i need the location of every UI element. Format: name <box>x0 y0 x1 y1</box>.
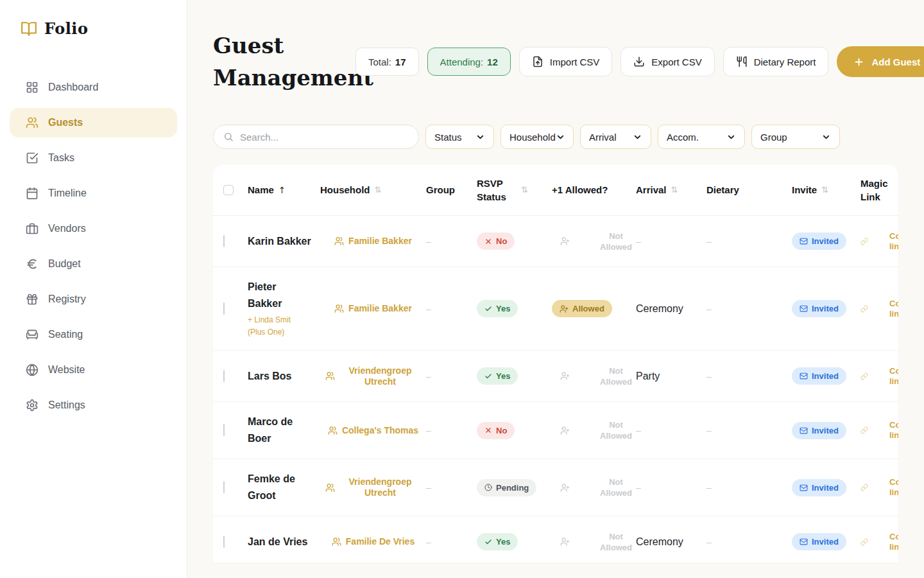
dietary-report-button[interactable]: Dietary Report <box>723 47 829 76</box>
invite-status-label: Invited <box>812 483 839 493</box>
column-header-arrival[interactable]: Arrival⇅ <box>636 183 706 197</box>
users-icon <box>26 116 38 129</box>
sidebar-item-guests[interactable]: Guests <box>10 108 177 137</box>
mail-icon <box>800 426 808 435</box>
rsvp-status-badge: Yes <box>477 533 518 550</box>
row-checkbox[interactable] <box>223 481 225 493</box>
household-link[interactable]: Familie De Vries <box>320 536 426 547</box>
search-icon <box>223 132 234 142</box>
row-checkbox[interactable] <box>223 424 225 436</box>
copy-magic-link-button[interactable]: Copy link <box>860 477 898 498</box>
mail-icon <box>800 484 808 492</box>
household-link[interactable]: Familie Bakker <box>320 303 426 314</box>
column-header-invite[interactable]: Invite⇅ <box>792 183 860 197</box>
household-link[interactable]: Vriendengroep Utrecht <box>320 477 426 498</box>
add-guest-button[interactable]: Add Guest <box>837 46 924 77</box>
filter-select-arrival[interactable]: Arrival <box>580 125 651 149</box>
copy-magic-link-button[interactable]: Copy link <box>860 366 898 387</box>
sort-both-icon: ⇅ <box>671 185 678 195</box>
invite-status-badge: Invited <box>792 422 846 439</box>
household-link[interactable]: Collega's Thomas <box>320 425 426 436</box>
filter-toolbar: Status Household Arrival Accom. Group <box>213 125 898 149</box>
row-checkbox[interactable] <box>223 302 225 315</box>
invite-status-badge: Invited <box>792 533 846 550</box>
invite-status-badge: Invited <box>792 367 846 385</box>
sidebar-item-label: Website <box>48 364 85 376</box>
column-label: Group <box>426 183 455 197</box>
plus-one-not-allowed: Not Allowed <box>552 231 636 252</box>
sidebar-item-website[interactable]: Website <box>10 355 177 385</box>
total-badge: Total: 17 <box>355 48 419 76</box>
column-header-name[interactable]: Name↑ <box>248 183 320 197</box>
column-header-dietary: Dietary <box>706 183 792 197</box>
filter-select-group[interactable]: Group <box>751 125 840 149</box>
empty-value: – <box>706 537 792 547</box>
column-label: Magic Link <box>860 177 891 204</box>
sidebar-item-tasks[interactable]: Tasks <box>10 143 177 173</box>
link-icon <box>860 372 885 380</box>
download-icon <box>633 56 645 67</box>
sidebar-item-label: Guests <box>48 117 83 128</box>
users-icon <box>334 236 344 246</box>
sidebar-item-budget[interactable]: Budget <box>10 249 177 279</box>
empty-value: – <box>636 482 706 493</box>
column-header-rsvp-status[interactable]: RSVP Status⇅ <box>477 177 552 204</box>
filter-select-accom[interactable]: Accom. <box>658 125 745 149</box>
tasks-icon <box>26 152 38 164</box>
filter-label: Accom. <box>667 132 699 143</box>
file-import-icon <box>532 56 543 67</box>
sidebar-item-timeline[interactable]: Timeline <box>10 179 177 208</box>
user-plus-icon <box>560 236 594 246</box>
column-label: Dietary <box>706 183 739 197</box>
sidebar-item-settings[interactable]: Settings <box>10 390 177 420</box>
sidebar-item-dashboard[interactable]: Dashboard <box>10 73 177 102</box>
household-link[interactable]: Vriendengroep Utrecht <box>320 365 426 387</box>
sidebar: Folio Dashboard Guests Tasks Timeline Ve… <box>0 0 187 578</box>
copy-magic-link-button[interactable]: Copy link <box>860 532 898 552</box>
x-icon <box>484 238 492 245</box>
sidebar-item-label: Dashboard <box>48 82 98 93</box>
copy-magic-link-button[interactable]: Copy link <box>860 231 898 252</box>
guest-row: Pieter Bakker+ Linda Smit(Plus One)Famil… <box>213 267 898 351</box>
plus-one-not-allowed: Not Allowed <box>552 531 636 553</box>
search-input[interactable] <box>240 132 409 143</box>
guest-name: Femke de Groot <box>248 471 312 504</box>
mail-icon <box>800 372 808 380</box>
plus-one-not-allowed: Not Allowed <box>552 477 636 498</box>
sort-ascending-icon: ↑ <box>278 185 286 195</box>
guest-row: Karin BakkerFamilie Bakker–NoNot Allowed… <box>213 216 898 267</box>
invite-status-label: Invited <box>812 304 839 313</box>
sidebar-item-seating[interactable]: Seating <box>10 320 177 349</box>
column-header-household[interactable]: Household⇅ <box>320 183 426 197</box>
filter-select-household[interactable]: Household <box>501 125 574 149</box>
book-open-icon <box>21 21 37 37</box>
row-checkbox[interactable] <box>223 235 225 247</box>
copy-magic-link-button[interactable]: Copy link <box>860 299 898 319</box>
copy-link-label: Copy link <box>889 366 898 387</box>
plus-icon <box>853 57 864 67</box>
gear-icon <box>26 399 38 412</box>
search-box <box>213 125 419 149</box>
invite-status-badge: Invited <box>792 300 846 317</box>
sidebar-nav: Dashboard Guests Tasks Timeline Vendors … <box>10 73 177 420</box>
page-title: Guest Management <box>213 30 347 94</box>
filter-select-status[interactable]: Status <box>425 125 494 149</box>
copy-magic-link-button[interactable]: Copy link <box>860 420 898 441</box>
attending-value: 12 <box>487 57 498 67</box>
user-plus-icon <box>560 371 594 381</box>
chevron-down-icon <box>633 132 642 142</box>
column-label: Household <box>320 183 370 197</box>
sidebar-item-registry[interactable]: Registry <box>10 285 177 314</box>
empty-value: – <box>706 425 792 435</box>
import-csv-button[interactable]: Import CSV <box>519 47 613 76</box>
sidebar-item-vendors[interactable]: Vendors <box>10 214 177 243</box>
select-all-checkbox[interactable] <box>223 185 234 195</box>
household-link[interactable]: Familie Bakker <box>320 236 426 247</box>
cell-value: Ceremony <box>636 536 706 548</box>
chevron-down-icon <box>556 132 565 142</box>
chevron-down-icon <box>475 132 485 142</box>
row-checkbox[interactable] <box>223 536 225 548</box>
attending-badge: Attending: 12 <box>427 48 511 76</box>
export-csv-button[interactable]: Export CSV <box>620 47 714 76</box>
row-checkbox[interactable] <box>223 370 225 382</box>
